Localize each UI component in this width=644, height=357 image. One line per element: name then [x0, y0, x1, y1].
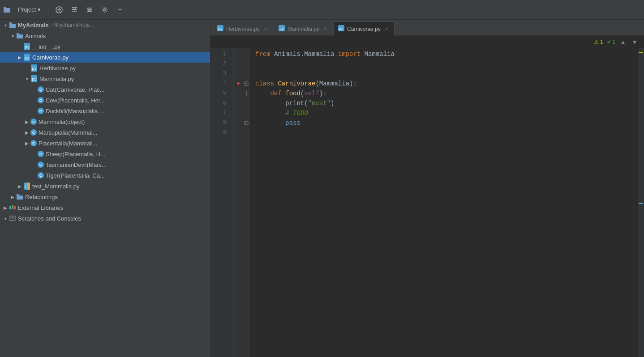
param-self: self	[304, 89, 319, 98]
gutter-7	[234, 108, 243, 118]
gutter-6	[234, 98, 243, 108]
editor-area: py Herbivorae.py ✕ py Mammalia.py ✕	[210, 20, 644, 357]
tab-close-icon[interactable]: ✕	[322, 26, 328, 32]
code-line-1: from Animals.Mammalia import Mammalia	[255, 49, 638, 59]
fold-2	[243, 59, 250, 69]
sidebar-item-tiger[interactable]: C Tiger(Placentalia, Ca...	[0, 170, 210, 181]
svg-text:py: py	[339, 27, 343, 31]
sidebar-item-tasmanian[interactable]: C TasmanianDevil(Mars...	[0, 159, 210, 170]
file-label: __init__.py	[32, 43, 60, 50]
sidebar-item-mammalia-py[interactable]: ▾ py Mammalia.py	[0, 73, 210, 84]
keyword-class: class	[255, 79, 274, 89]
code-line-3	[255, 69, 638, 79]
class-name-token: Carnivorae	[278, 79, 315, 89]
class-label: TasmanianDevil(Mars...	[46, 162, 107, 168]
class-icon: C	[38, 151, 44, 157]
line-num-9: 9	[210, 128, 230, 138]
code-line-7: # TODO	[255, 108, 638, 118]
add-file-btn[interactable]	[53, 4, 65, 16]
collapse-all-btn[interactable]	[68, 4, 81, 16]
svg-rect-0	[4, 8, 10, 13]
py-file-icon: py	[30, 64, 38, 72]
tab-carnivorae[interactable]: py Carnivorae.py ✕	[333, 21, 395, 36]
sidebar: ▾ MyAnimals ~/PycharmProje... ▾ Animals	[0, 20, 210, 357]
class-label: Cat(Carnivorae, Plac...	[46, 86, 105, 93]
sidebar-item-init[interactable]: py __init__.py	[0, 41, 210, 52]
sidebar-item-mammalia-cls[interactable]: ▶ C Mammalia(object)	[0, 116, 210, 127]
svg-rect-33	[10, 216, 15, 221]
sidebar-item-marsupialia[interactable]: ▶ C Marsupialia(Mammal...	[0, 127, 210, 138]
sidebar-item-cat[interactable]: C Cat(Carnivorae, Plac...	[0, 84, 210, 95]
sidebar-item-test-mammalia[interactable]: ▶ t test_Mammalia.py	[0, 181, 210, 191]
minimize-btn[interactable]	[114, 4, 126, 16]
code-line-5: def food(self):	[255, 89, 638, 98]
code-line-4: class Carnivorae(Mammalia):	[255, 79, 638, 89]
gutter-4[interactable]: ●	[234, 79, 243, 89]
expand-all-btn[interactable]	[83, 4, 96, 16]
sidebar-item-cow[interactable]: C Cow(Placentalia, Her...	[0, 95, 210, 106]
code-line-8: pass	[255, 118, 638, 128]
line-num-3: 3	[210, 69, 230, 79]
chevron-down-icon: ▾	[2, 21, 9, 29]
line-num-5: 5	[210, 89, 230, 98]
sidebar-item-sheep[interactable]: C Sheep(Placentalia, H...	[0, 149, 210, 159]
tab-py-icon: py	[217, 25, 223, 33]
gutter-9	[234, 128, 243, 138]
sidebar-item-animals[interactable]: ▾ Animals	[0, 30, 210, 41]
code-editor[interactable]: from Animals.Mammalia import Mammalia cl…	[250, 48, 638, 357]
warning-scroll-marker	[639, 52, 643, 53]
gutter-5	[234, 89, 243, 98]
nav-down-arrow[interactable]: ▼	[631, 38, 639, 46]
tab-label: Carnivorae.py	[347, 26, 381, 32]
class-icon: C	[30, 140, 37, 146]
py-file-icon: py	[23, 43, 30, 50]
code-line-2	[255, 59, 638, 69]
keyword-pass: pass	[285, 118, 301, 128]
ext-libs-label: External Libraries	[18, 204, 63, 211]
code-line-9	[255, 128, 638, 138]
breakpoint-indicator: ●	[236, 79, 240, 89]
svg-point-11	[104, 8, 106, 11]
tab-py-icon: py	[338, 25, 344, 33]
spacer	[30, 150, 38, 157]
tab-py-icon: py	[279, 25, 285, 33]
file-label: Herbivorae.py	[39, 65, 76, 72]
svg-rect-15	[17, 34, 23, 38]
sidebar-item-refactorings[interactable]: ▶ Refactorings	[0, 191, 210, 202]
code-line-6: print("meat")	[255, 98, 638, 108]
spacer: ▾	[2, 215, 9, 222]
dropdown-icon: ▾	[38, 6, 41, 13]
checkmark-icon: ✔	[607, 39, 611, 45]
nav-up-arrow[interactable]: ▲	[619, 38, 627, 46]
sidebar-item-external-libs[interactable]: ▶ External Libraries	[0, 202, 210, 213]
sidebar-item-duckbill[interactable]: C Duckbill(Marsupialia,...	[0, 106, 210, 116]
chevron-right-icon: ▶	[16, 54, 23, 61]
settings-btn[interactable]	[99, 4, 111, 16]
class-icon: C	[30, 129, 37, 136]
svg-rect-26	[27, 183, 30, 190]
test-py-icon: t	[23, 183, 30, 190]
svg-rect-1	[4, 7, 6, 8]
tab-label: Mammalia.py	[288, 26, 319, 32]
svg-text:py: py	[32, 66, 37, 71]
sidebar-item-carnivorae[interactable]: ▶ py Carnivorae.py	[0, 52, 210, 63]
sidebar-item-herbivorae[interactable]: py Herbivorae.py	[0, 63, 210, 73]
comment-hash: #	[285, 108, 293, 118]
editor-header: ⚠ 1 ✔ 1 ▲ ▼	[210, 36, 644, 48]
project-dropdown[interactable]: Project ▾	[15, 5, 43, 14]
sidebar-item-scratches[interactable]: ▾ Scratches and Consoles	[0, 213, 210, 224]
class-icon: C	[38, 108, 44, 114]
py-file-icon: py	[23, 54, 30, 61]
sidebar-item-placentalia[interactable]: ▶ C Placentalia(Mammali...	[0, 138, 210, 149]
chevron-right-icon: ▶	[16, 183, 23, 190]
fold-4[interactable]	[243, 79, 250, 89]
tab-close-icon[interactable]: ✕	[383, 26, 390, 32]
gutter-2	[234, 59, 243, 69]
tab-mammalia[interactable]: py Mammalia.py ✕	[274, 21, 333, 36]
tab-herbivorae[interactable]: py Herbivorae.py ✕	[212, 21, 274, 36]
tab-close-icon[interactable]: ✕	[262, 26, 269, 32]
sidebar-item-myanimals[interactable]: ▾ MyAnimals ~/PycharmProje...	[0, 20, 210, 30]
code-view: 1 2 3 4 5 6 7 8 9 ●	[210, 48, 644, 357]
status-badges: ⚠ 1 ✔ 1 ▲ ▼	[594, 38, 639, 46]
chevron-right-icon: ▶	[9, 193, 16, 200]
